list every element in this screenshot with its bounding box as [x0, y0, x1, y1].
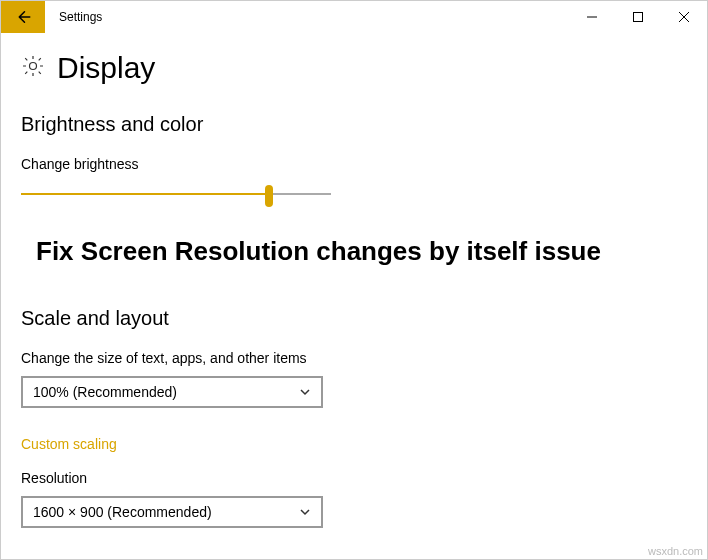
svg-point-1 [30, 63, 37, 70]
close-button[interactable] [661, 1, 707, 33]
watermark: wsxdn.com [648, 545, 703, 557]
resolution-label: Resolution [21, 470, 687, 486]
maximize-icon [633, 12, 643, 22]
titlebar: Settings [1, 1, 707, 33]
page-title: Display [57, 51, 155, 85]
gear-icon [21, 54, 45, 82]
overlay-caption: Fix Screen Resolution changes by itself … [36, 236, 687, 267]
minimize-icon [587, 12, 597, 22]
brightness-block: Change brightness [21, 156, 687, 206]
resolution-block: Resolution 1600 × 900 (Recommended) [21, 470, 687, 528]
chevron-down-icon [299, 506, 311, 518]
arrow-left-icon [14, 8, 32, 26]
slider-track-empty [269, 193, 331, 195]
brightness-heading: Brightness and color [21, 113, 687, 136]
scale-heading: Scale and layout [21, 307, 687, 330]
text-size-value: 100% (Recommended) [33, 384, 177, 400]
minimize-button[interactable] [569, 1, 615, 33]
maximize-button[interactable] [615, 1, 661, 33]
back-button[interactable] [1, 1, 45, 33]
content-area: Display Brightness and color Change brig… [1, 33, 707, 528]
custom-scaling-link[interactable]: Custom scaling [21, 436, 117, 452]
window-controls [569, 1, 707, 33]
text-size-dropdown[interactable]: 100% (Recommended) [21, 376, 323, 408]
page-header: Display [21, 51, 687, 85]
brightness-slider[interactable] [21, 182, 331, 206]
chevron-down-icon [299, 386, 311, 398]
svg-rect-0 [634, 13, 643, 22]
resolution-value: 1600 × 900 (Recommended) [33, 504, 212, 520]
brightness-label: Change brightness [21, 156, 687, 172]
slider-track-filled [21, 193, 269, 195]
resolution-dropdown[interactable]: 1600 × 900 (Recommended) [21, 496, 323, 528]
window-title: Settings [45, 10, 569, 24]
text-size-label: Change the size of text, apps, and other… [21, 350, 687, 366]
close-icon [679, 12, 689, 22]
slider-thumb[interactable] [265, 185, 273, 207]
text-size-block: Change the size of text, apps, and other… [21, 350, 687, 408]
